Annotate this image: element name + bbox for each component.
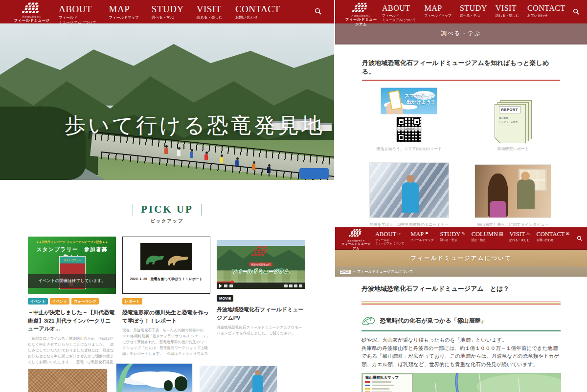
video-progress[interactable]	[217, 282, 305, 283]
section-heading: 丹波地域恐竜化石フィールドミュージアム とは？	[361, 284, 561, 296]
dinosaur-neck	[116, 363, 152, 392]
right-column: 丹波地域恐竜化石 フィールドミュージアム ABOUT フィールド ミュージアムに…	[334, 0, 587, 392]
next-icon[interactable]	[224, 284, 227, 287]
card-title[interactable]: 丹波地域恐竜化石フィールドミュージアムPV	[217, 305, 305, 322]
play-icon[interactable]	[219, 284, 222, 288]
nav-item-visit[interactable]: VISIT♨ 訪れる・楽しむ	[509, 231, 530, 249]
card-thumbnail[interactable]: 2020. 1. 26 恐竜を創って学ぼう！！レポート	[122, 237, 210, 294]
photo-caption: 2020. 1. 26 恐竜を創って学ぼう！！レポート	[123, 277, 210, 282]
nav-item-map[interactable]: MAP⚑ フィールドマップ	[410, 231, 433, 249]
site-logo[interactable]: 丹波地域恐竜化石 フィールドミュージアム	[13, 2, 51, 23]
pickup-title: PICK UP	[141, 203, 193, 216]
pencil-icon: ✎	[461, 231, 465, 236]
dinosaur-models-photo	[140, 243, 192, 270]
interview-item: 篠山層群と暮らしに関するインタビュー	[474, 164, 551, 227]
pickup-card-stamp-rally[interactable]: ▲▲川代ラインパーク リニューアルオープン記念▲▲ スタンプラリー 参加者募集！…	[28, 237, 116, 377]
seminar-item: 地層を学ぼう。田中里志教授のミニセミナー	[369, 162, 449, 227]
professor-figure	[402, 182, 419, 213]
site-logo[interactable]: 丹波地域恐竜化石 フィールドミュージアム	[341, 229, 371, 249]
item-caption: 現地を知ろう。エリア内のQRコード	[376, 146, 442, 152]
nav-item-about[interactable]: ABOUT フィールド ミュージアムについて	[382, 4, 416, 23]
nav-item-study[interactable]: STUDY✎ 調べる・学ぶ	[440, 231, 465, 249]
fullscreen-icon[interactable]	[299, 284, 302, 287]
seminar-photo[interactable]	[369, 162, 449, 218]
site-logo[interactable]: 丹波地域恐竜化石 フィールドミュージアム	[344, 2, 378, 23]
search-icon[interactable]	[577, 234, 582, 249]
card-title[interactable]: 恐竜造形家の徳川先生と恐竜を作って学ぼう！！レポート	[122, 308, 210, 325]
nav-item-study[interactable]: STUDY 調べる・学ぶ	[152, 4, 184, 23]
pickup-card-partial-seminar[interactable]	[200, 366, 277, 392]
report-illustration[interactable]: REPORT 篠山層群 シンフォーム構造 ・・・・・・	[495, 100, 532, 142]
report-lines: 篠山層群 シンフォーム構造 ・・・・・・	[499, 116, 518, 128]
blue-tarp	[299, 168, 329, 179]
tag-report[interactable]: レポート	[122, 298, 142, 305]
tag-movie[interactable]: MOVIE	[217, 295, 233, 302]
nav-item-contact[interactable]: CONTACT お問い合わせ	[527, 4, 565, 23]
hero-title: 歩いて行ける恐竜発見地	[65, 111, 325, 140]
logo-subtext: 丹波地域恐竜化石	[13, 16, 51, 18]
item-caption: 地層を学ぼう。田中里志教授のミニセミナー	[369, 222, 449, 227]
rock-streaks	[200, 366, 277, 392]
nav-item-about[interactable]: ABOUT フィールド ミュージアムについて	[59, 4, 96, 23]
search-icon[interactable]	[315, 8, 321, 23]
search-icon[interactable]	[573, 8, 579, 23]
site-header: 丹波地域恐竜化石 フィールドミュージアム ABOUT フィールド ミュージアムに…	[0, 0, 334, 23]
tag-event[interactable]: イベント	[28, 298, 48, 305]
tag-row: レポート	[122, 298, 210, 305]
settings-icon[interactable]	[284, 284, 288, 287]
study-grid: スマホ持って 出かけよう!! Sample 現地を知ろう。エリア内のQRコード	[362, 87, 560, 227]
site-header: 丹波地域恐竜化石 フィールドミュージアム ABOUT☞ フィールド ミュージアム…	[335, 227, 587, 250]
tree	[164, 380, 173, 391]
about-page: 丹波地域恐竜化石 フィールドミュージアム ABOUT☞ フィールド ミュージアム…	[335, 227, 587, 392]
nav-item-contact[interactable]: CONTACT✉ お問い合わせ	[536, 231, 569, 249]
pickup-card-partial-dinosaur-statue[interactable]	[116, 363, 193, 392]
miniplayer-icon[interactable]	[289, 284, 293, 287]
pickup-card-workshop-report[interactable]: 2020. 1. 26 恐竜を創って学ぼう！！レポート レポート 恐竜造形家の徳…	[122, 237, 210, 358]
volume-icon[interactable]	[229, 284, 233, 287]
person-figure	[220, 157, 223, 163]
breadcrumb-separator: »	[353, 269, 355, 274]
person-figure	[190, 152, 193, 158]
screenshot-collage: 丹波地域恐竜化石 フィールドミュージアム ABOUT フィールド ミュージアムに…	[0, 0, 587, 392]
smartphone-promo-image[interactable]: スマホ持って 出かけよう!!	[381, 87, 437, 114]
video-player-bar[interactable]	[217, 283, 305, 289]
event-ended-overlay: イベントの開催は終了しています。	[28, 274, 116, 288]
item-caption: 篠山層群と暮らしに関するインタビュー	[474, 222, 551, 227]
sasayama-group-map: 篠山層群拡大マップ	[361, 373, 561, 392]
tag-row: イベント イベント ウォーキング	[28, 298, 116, 305]
nav-item-map[interactable]: MAP フィールドマップ	[109, 4, 139, 23]
qr-code[interactable]: Sample	[396, 117, 422, 142]
item-caption: 学術研究レポート	[495, 146, 532, 152]
nav-item-column[interactable]: COLUMN▤ 読む・知る	[472, 231, 503, 249]
body-paragraph: 兵庫県の丹波篠山市と丹波市の一部には、約１億１０００万～１億年前にできた地層であ…	[361, 344, 561, 369]
study-page: 丹波地域恐竜化石 フィールドミュージアム ABOUT フィールド ミュージアムに…	[335, 0, 587, 227]
nav-item-map[interactable]: MAP フィールドマップ	[424, 4, 452, 23]
main-nav: ABOUT☞ フィールド ミュージアムについて MAP⚑ フィールドマップ ST…	[375, 231, 569, 249]
pickup-card-partial-field-trip[interactable]: 人博 三枝春生主任研究員と行く	[28, 369, 108, 392]
card-excerpt: 現在、丹波竜化石工房 ちーたんの館で開催中の2019冬期特別展「若きティラノサウ…	[122, 327, 210, 358]
tag-event[interactable]: イベント	[50, 298, 70, 305]
nav-item-visit[interactable]: VISIT 訪れる・楽しむ	[496, 4, 519, 23]
envelope-icon: ✉	[566, 231, 570, 236]
tag-walking[interactable]: ウォーキング	[71, 298, 99, 305]
strata-logo-icon	[352, 2, 370, 12]
breadcrumb-home-link[interactable]: HOME	[340, 269, 351, 274]
card-thumbnail[interactable]: ▲▲川代ラインパーク リニューアルオープン記念▲▲ スタンプラリー 参加者募集！…	[28, 237, 116, 294]
body-paragraph: 砂や泥、火山灰が重なり積もったものを「地層」といいます。	[361, 336, 561, 344]
strata-logo-icon	[22, 2, 42, 13]
pickup-card-pv-movie[interactable]: 丹波地域恐竜化石 フィールドミュージアム	[217, 237, 305, 336]
theater-icon[interactable]	[294, 284, 297, 287]
nav-item-visit[interactable]: VISIT 訪れる・楽しむ	[197, 4, 223, 23]
heading-rule	[361, 302, 561, 305]
strata-logo-icon	[349, 229, 363, 237]
about-content: 丹波地域恐竜化石フィールドミュージアム とは？ 恐竜時代の化石が見つかる「篠山層…	[335, 284, 587, 392]
nav-item-contact[interactable]: CONTACT お問い合わせ	[235, 4, 280, 23]
video-thumbnail[interactable]: 丹波地域恐竜化石 フィールドミュージアム	[217, 240, 305, 289]
card-title[interactable]: －中止が決定しました－【川代恐竜街道】3/21 川代ラインパークリニューアルオ.…	[28, 308, 116, 333]
interviewee-figure	[517, 179, 535, 209]
nav-item-study[interactable]: STUDY 調べる・学ぶ	[460, 4, 487, 23]
person-figure	[177, 150, 181, 156]
person-figure	[204, 154, 208, 160]
interview-photo[interactable]	[474, 164, 551, 218]
nav-item-about[interactable]: ABOUT☞ フィールド ミュージアムについて	[375, 231, 404, 249]
